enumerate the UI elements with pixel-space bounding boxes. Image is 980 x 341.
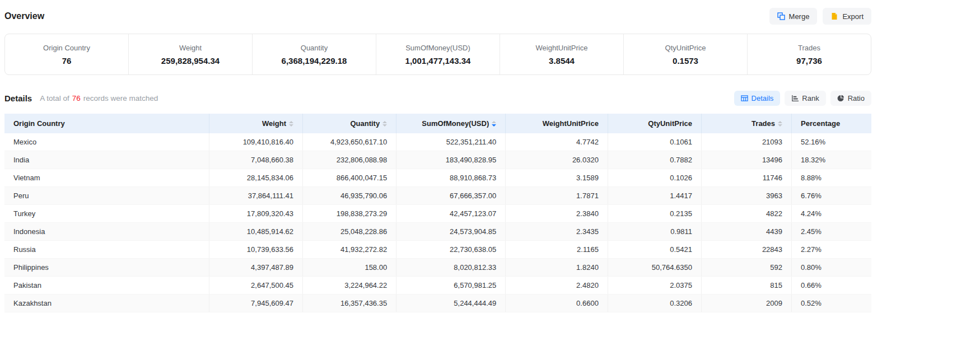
value-cell: 1.7871 [506,187,608,205]
column-header: Origin Country [4,114,209,133]
topbar: Overview Merge Export [4,8,871,25]
value-cell: 13496 [702,151,792,169]
column-header-label: QtyUnitPrice [648,119,692,128]
table-icon [741,95,748,102]
value-cell: 2,647,500.45 [209,277,302,295]
summary-item-label: WeightUnitPrice [536,44,588,52]
value-cell: 0.66% [792,277,871,295]
matched-prefix: A total of [40,94,69,102]
summary-item-label: Quantity [301,44,328,52]
page-title: Overview [4,11,44,21]
value-cell: 4.7742 [506,133,608,151]
value-cell: 0.3206 [608,295,701,312]
value-cell: 24,573,904.85 [396,223,506,241]
records-matched-text: A total of76records were matched [40,94,158,102]
value-cell: 52.16% [792,133,871,151]
value-cell: 41,932,272.82 [303,241,396,259]
summary-item-value: 3.8544 [549,56,575,66]
summary-card: Origin Country76Weight259,828,954.34Quan… [4,34,871,75]
country-cell: Kazakhstan [4,295,209,312]
column-header-label: Origin Country [13,119,65,128]
table-row: Russia10,739,633.5641,932,272.8222,730,6… [4,241,871,259]
value-cell: 2.45% [792,223,871,241]
value-cell: 2.4820 [506,277,608,295]
value-cell: 109,410,816.40 [209,133,302,151]
value-cell: 67,666,357.00 [396,187,506,205]
country-cell: Vietnam [4,169,209,187]
value-cell: 1.4417 [608,187,701,205]
value-cell: 21093 [702,133,792,151]
value-cell: 4822 [702,205,792,223]
value-cell: 17,809,320.43 [209,205,302,223]
view-button-details[interactable]: Details [734,91,781,106]
value-cell: 592 [702,259,792,277]
merge-button-label: Merge [789,13,810,20]
column-header[interactable]: SumOfMoney(USD) [396,114,506,133]
country-cell: Russia [4,241,209,259]
sort-icon [289,121,293,127]
export-button-label: Export [842,13,864,20]
details-table: Origin CountryWeightQuantitySumOfMoney(U… [4,114,871,312]
view-button-details-label: Details [752,95,774,102]
export-button[interactable]: Export [823,8,871,25]
value-cell: 28,145,834.06 [209,169,302,187]
value-cell: 8,020,812.33 [396,259,506,277]
view-button-rank-label: Rank [802,95,819,102]
details-bar: Details A total of76records were matched… [4,91,871,106]
merge-icon [777,12,785,20]
table-header-row: Origin CountryWeightQuantitySumOfMoney(U… [4,114,871,133]
column-header[interactable]: Trades [702,114,792,133]
summary-item: Weight259,828,954.34 [128,34,252,74]
view-button-ratio[interactable]: Ratio [830,91,871,106]
country-cell: Turkey [4,205,209,223]
merge-button[interactable]: Merge [769,8,818,25]
summary-item: Trades97,736 [747,34,871,74]
country-cell: Philippines [4,259,209,277]
value-cell: 11746 [702,169,792,187]
value-cell: 0.7882 [608,151,701,169]
summary-item: QtyUnitPrice0.1573 [623,34,747,74]
value-cell: 26.0320 [506,151,608,169]
value-cell: 2.0375 [608,277,701,295]
view-button-rank[interactable]: Rank [785,91,825,106]
summary-item-value: 97,736 [796,56,822,66]
value-cell: 2.1165 [506,241,608,259]
value-cell: 10,485,914.62 [209,223,302,241]
country-cell: Indonesia [4,223,209,241]
column-header-label: Percentage [801,119,840,128]
value-cell: 2.27% [792,241,871,259]
value-cell: 37,864,111.41 [209,187,302,205]
country-cell: Pakistan [4,277,209,295]
value-cell: 46,935,790.06 [303,187,396,205]
value-cell: 2009 [702,295,792,312]
details-title: Details [4,94,32,103]
column-header: Percentage [792,114,871,133]
summary-item: Origin Country76 [5,34,128,74]
summary-item-label: Origin Country [43,44,90,52]
summary-item-value: 259,828,954.34 [161,56,220,66]
column-header[interactable]: Quantity [303,114,396,133]
table-row: Kazakhstan7,945,609.4716,357,436.355,244… [4,295,871,312]
value-cell: 866,400,047.15 [303,169,396,187]
value-cell: 4.24% [792,205,871,223]
sort-icon [382,121,387,127]
column-header: WeightUnitPrice [506,114,608,133]
table-row: Pakistan2,647,500.453,224,964.226,570,98… [4,277,871,295]
value-cell: 522,351,211.40 [396,133,506,151]
value-cell: 3.1589 [506,169,608,187]
value-cell: 7,048,660.38 [209,151,302,169]
matched-count: 76 [72,94,81,102]
column-header[interactable]: Weight [209,114,302,133]
value-cell: 22843 [702,241,792,259]
value-cell: 50,764.6350 [608,259,701,277]
value-cell: 22,730,638.05 [396,241,506,259]
value-cell: 4439 [702,223,792,241]
view-switch: Details Rank [734,91,871,106]
value-cell: 3963 [702,187,792,205]
column-header: QtyUnitPrice [608,114,701,133]
value-cell: 1.8240 [506,259,608,277]
summary-item: Quantity6,368,194,229.18 [252,34,376,74]
value-cell: 0.9811 [608,223,701,241]
rank-icon [791,95,799,102]
ratio-icon [837,95,844,102]
